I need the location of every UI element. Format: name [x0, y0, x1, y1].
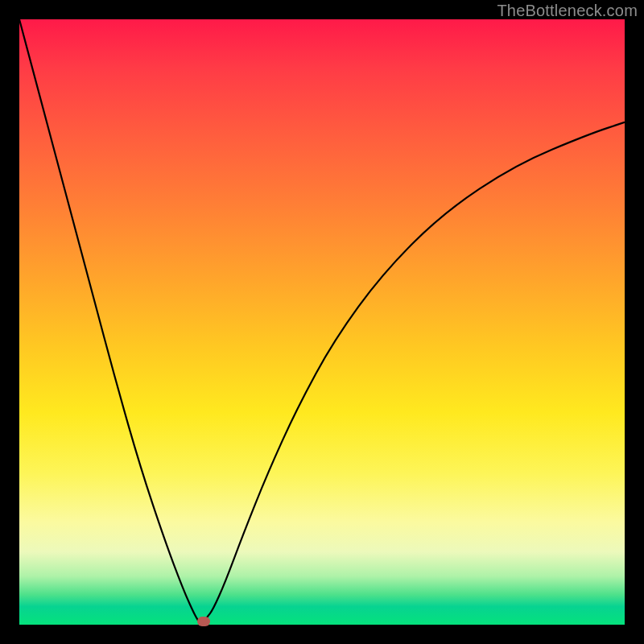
chart-frame: TheBottleneck.com — [0, 0, 644, 644]
plot-area — [19, 19, 625, 625]
watermark-text: TheBottleneck.com — [497, 2, 638, 20]
minimum-marker — [197, 617, 210, 626]
